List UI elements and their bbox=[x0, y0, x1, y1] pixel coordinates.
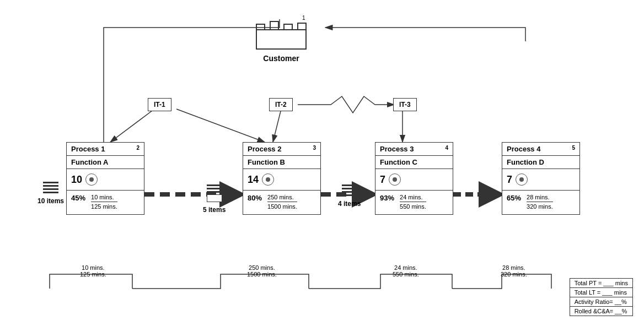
inventory-3-label: 4 items bbox=[338, 200, 361, 208]
process-4-time1: 28 mins. bbox=[527, 194, 553, 202]
svg-line-1 bbox=[110, 109, 154, 142]
process-3-header: Process 3 4 bbox=[375, 143, 453, 156]
inventory-1-label: 10 items bbox=[37, 197, 64, 205]
process-3-function: Function C bbox=[375, 156, 453, 169]
factory-icon: 1 bbox=[254, 13, 309, 52]
svg-rect-12 bbox=[256, 30, 306, 49]
process-box-2: Process 2 3 Function B 14 80% 250 mins. … bbox=[243, 142, 321, 215]
timeline-1-time1: 10 mins. bbox=[80, 264, 106, 271]
process-box-3: Process 3 4 Function C 7 93% 24 mins. 55… bbox=[375, 142, 453, 215]
process-3-middle: 7 bbox=[375, 169, 453, 191]
customer-label: Customer bbox=[263, 54, 299, 63]
process-1-bottom: 45% 10 mins. 125 mins. bbox=[67, 191, 144, 214]
stack-line-2b bbox=[207, 188, 222, 189]
svg-line-3 bbox=[273, 109, 281, 142]
timeline-4-time2: 320 mins. bbox=[501, 271, 527, 278]
stack-line-1d bbox=[43, 192, 58, 193]
process-1-num: 2 bbox=[136, 145, 139, 153]
summary-row-4: Rolled &C&A= __% bbox=[570, 307, 632, 316]
timeline-3-time2: 550 mins. bbox=[393, 271, 419, 278]
it-label-3: IT-3 bbox=[399, 101, 411, 108]
process-4-times: 28 mins. 320 mins. bbox=[527, 194, 553, 211]
process-1-function: Function A bbox=[67, 156, 144, 169]
timeline-3-time1: 24 mins. bbox=[393, 264, 419, 271]
process-2-middle: 14 bbox=[243, 169, 320, 191]
stack-line-3d bbox=[342, 194, 357, 196]
process-3-value: 7 bbox=[380, 174, 385, 186]
process-1-circle bbox=[85, 173, 98, 186]
process-2-circle bbox=[262, 173, 274, 186]
process-box-1: Process 1 2 Function A 10 45% 10 mins. 1… bbox=[66, 142, 144, 215]
process-1-header: Process 1 2 bbox=[67, 143, 144, 156]
process-1-times: 10 mins. 125 mins. bbox=[91, 194, 117, 211]
it-box-3: IT-3 bbox=[393, 98, 417, 111]
process-1-middle: 10 bbox=[67, 169, 144, 191]
it-box-1: IT-1 bbox=[148, 98, 171, 111]
stack-line-2a bbox=[207, 184, 222, 186]
process-3-pct: 93% bbox=[380, 194, 394, 202]
inventory-1: 10 items bbox=[37, 182, 64, 205]
timeline-3: 24 mins. 550 mins. bbox=[393, 264, 419, 278]
it-label-2: IT-2 bbox=[275, 101, 287, 108]
diagram-container: 1 Customer IT-1 IT-2 IT-3 Process 1 2 Fu… bbox=[0, 0, 644, 326]
process-4-circle bbox=[516, 173, 528, 186]
timeline-4: 28 mins. 320 mins. bbox=[501, 264, 527, 278]
process-3-circle bbox=[389, 173, 401, 186]
process-2-bottom: 80% 250 mins. 1500 mins. bbox=[243, 191, 320, 214]
timeline-4-time1: 28 mins. bbox=[501, 264, 527, 271]
process-4-pct: 65% bbox=[507, 194, 521, 202]
stack-line-1b bbox=[43, 185, 58, 187]
process-3-times: 24 mins. 550 mins. bbox=[400, 194, 426, 211]
inventory-2-label: 5 items bbox=[203, 206, 226, 214]
process-4-value: 7 bbox=[507, 174, 512, 186]
process-4-num: 5 bbox=[572, 145, 575, 153]
process-4-header: Process 4 5 bbox=[502, 143, 579, 156]
process-1-pct: 45% bbox=[71, 194, 85, 202]
process-1-time2: 125 mins. bbox=[91, 203, 117, 211]
stack-line-3a bbox=[342, 184, 357, 186]
timeline-2: 250 mins. 1500 mins. bbox=[247, 264, 277, 278]
process-2-time2: 1500 mins. bbox=[267, 203, 297, 211]
stack-line-2c bbox=[207, 191, 222, 193]
process-4-time2: 320 mins. bbox=[527, 203, 553, 211]
process-2-title: Process 2 bbox=[248, 145, 281, 153]
process-2-num: 3 bbox=[313, 145, 316, 153]
process-4-middle: 7 bbox=[502, 169, 579, 191]
timeline-1-time2: 125 mins. bbox=[80, 271, 106, 278]
it-box-2: IT-2 bbox=[269, 98, 293, 111]
process-3-title: Process 3 bbox=[380, 145, 414, 153]
stack-line-1a bbox=[43, 182, 58, 183]
process-4-function: Function D bbox=[502, 156, 579, 169]
stack-line-3b bbox=[342, 188, 357, 189]
process-1-time1: 10 mins. bbox=[91, 194, 117, 202]
svg-text:1: 1 bbox=[302, 15, 305, 21]
process-4-bottom: 65% 28 mins. 320 mins. bbox=[502, 191, 579, 214]
inventory-3: 4 items bbox=[338, 184, 361, 208]
timeline-1: 10 mins. 125 mins. bbox=[80, 264, 106, 278]
process-2-times: 250 mins. 1500 mins. bbox=[267, 194, 297, 211]
it-label-1: IT-1 bbox=[154, 101, 165, 108]
process-3-time2: 550 mins. bbox=[400, 203, 426, 211]
summary-row-2: Total LT = ___ mins bbox=[570, 288, 632, 297]
customer-box: 1 Customer bbox=[237, 12, 325, 67]
process-2-pct: 80% bbox=[248, 194, 262, 202]
stack-box-2 bbox=[207, 194, 222, 202]
timeline-2-time2: 1500 mins. bbox=[247, 271, 277, 278]
process-box-4: Process 4 5 Function D 7 65% 28 mins. 32… bbox=[502, 142, 580, 215]
summary-box: Total PT = ___ mins Total LT = ___ mins … bbox=[570, 278, 633, 316]
process-2-function: Function B bbox=[243, 156, 320, 169]
process-2-header: Process 2 3 bbox=[243, 143, 320, 156]
process-4-title: Process 4 bbox=[507, 145, 540, 153]
process-3-time1: 24 mins. bbox=[400, 194, 426, 202]
summary-row-1: Total PT = ___ mins bbox=[570, 279, 632, 288]
process-1-value: 10 bbox=[71, 174, 82, 186]
process-3-num: 4 bbox=[445, 145, 448, 153]
inventory-2: 5 items bbox=[203, 184, 226, 214]
svg-line-2 bbox=[176, 109, 265, 142]
stack-line-1c bbox=[43, 188, 58, 190]
process-1-title: Process 1 bbox=[71, 145, 105, 153]
process-2-time1: 250 mins. bbox=[267, 194, 297, 202]
process-2-value: 14 bbox=[248, 174, 259, 186]
summary-row-3: Activity Ratio= __% bbox=[570, 297, 632, 307]
stack-line-3c bbox=[342, 191, 357, 193]
